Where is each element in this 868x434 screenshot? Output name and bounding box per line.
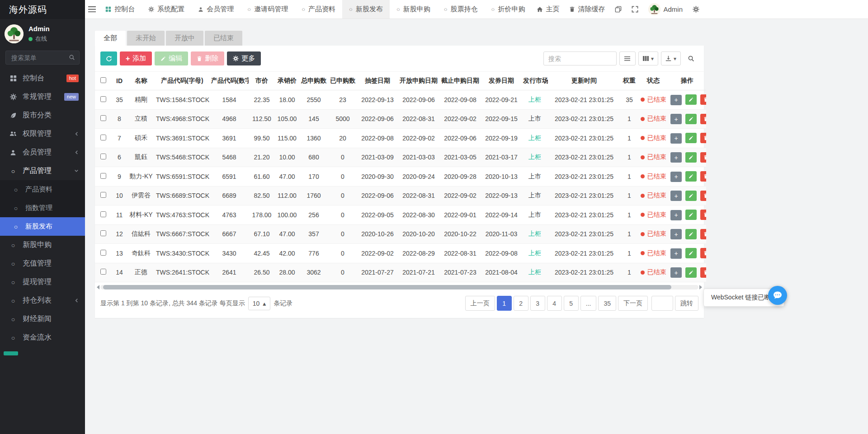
expand-row-button[interactable]: + [670,95,682,105]
sidebar-item-finance-news[interactable]: ○ 财经新闻 [0,310,85,328]
row-checkbox[interactable] [100,115,106,121]
sidebar-item-positions[interactable]: ○ 持仓列表 [0,291,85,310]
delete-row-button[interactable] [700,191,706,201]
expand-row-button[interactable]: + [670,191,682,201]
refresh-button[interactable] [100,51,117,65]
sidebar-item-market-category[interactable]: 股市分类 [0,106,85,125]
edit-row-button[interactable] [685,94,697,105]
columns-button[interactable]: ▾ [638,51,658,65]
delete-row-button[interactable] [700,114,706,124]
edit-row-button[interactable] [685,191,697,201]
sidebar-item-new-stock-subscription[interactable]: ○ 新股申购 [0,236,85,254]
select-all-checkbox[interactable] [100,77,106,83]
market-link[interactable]: 上市 [528,191,541,199]
next-page-button[interactable]: 下一页 [618,296,648,311]
settings-button[interactable] [688,0,704,19]
edit-row-button[interactable] [685,229,697,239]
clear-cache-button[interactable]: 清除缓存 [564,0,610,19]
row-checkbox[interactable] [100,173,106,179]
table-search-input[interactable] [543,51,617,65]
tab-new-stock-subscription[interactable]: ○ 新股申购 [390,0,437,19]
row-checkbox[interactable] [100,154,106,159]
page-size-dropdown[interactable]: 10 ▴ [248,297,271,310]
prev-page-button[interactable]: 上一页 [465,296,495,311]
market-link[interactable]: 上柜 [528,230,541,237]
edit-row-button[interactable] [685,210,697,220]
row-checkbox[interactable] [100,135,106,140]
scroll-left-arrow[interactable] [97,285,99,289]
tab-invite-codes[interactable]: ○ 邀请码管理 [241,0,295,19]
sidebar-item-members[interactable]: 会员管理 [0,143,85,162]
tab-discount-subscription[interactable]: ○ 折价申购 [485,0,532,19]
page-3-button[interactable]: 3 [530,296,545,311]
market-link[interactable]: 上柜 [528,268,541,275]
delete-row-button[interactable] [700,152,706,163]
delete-row-button[interactable] [700,210,706,220]
delete-row-button[interactable] [700,171,706,182]
delete-row-button[interactable] [700,94,706,105]
expand-row-button[interactable]: + [670,248,682,259]
delete-button[interactable]: 删除 [191,51,224,65]
sidebar-item-dashboard[interactable]: 控制台 hot [0,69,85,88]
edit-row-button[interactable] [685,248,697,258]
fullscreen-button[interactable] [627,0,643,19]
sidebar-item-product-info[interactable]: ○ 产品资料 [0,180,85,199]
more-button[interactable]: 更多 [227,51,261,65]
export-button[interactable]: ▾ [661,51,681,65]
search-submit-button[interactable] [684,51,698,65]
scrollbar-track[interactable] [100,285,698,289]
expand-row-button[interactable]: + [670,229,682,239]
page-5-button[interactable]: 5 [564,296,579,311]
page-2-button[interactable]: 2 [514,296,528,311]
edit-button[interactable]: 编辑 [155,51,188,65]
jump-button[interactable]: 跳转 [675,296,698,311]
expand-row-button[interactable]: + [670,114,682,124]
market-link[interactable]: 上柜 [528,96,541,103]
filter-tab-open[interactable]: 开放中 [166,31,203,46]
sidebar-item-permissions[interactable]: 权限管理 [0,125,85,143]
page-4-button[interactable]: 4 [547,296,562,311]
menu-toggle-button[interactable] [85,0,99,19]
expand-row-button[interactable]: + [670,133,682,144]
market-link[interactable]: 上柜 [528,153,541,160]
delete-row-button[interactable] [700,267,706,278]
expand-row-button[interactable]: + [670,267,682,278]
filter-tab-not-started[interactable]: 未开始 [127,31,165,46]
page-35-button[interactable]: 35 [598,296,616,311]
tab-system-config[interactable]: 系统配置 [142,0,191,19]
user-avatar[interactable] [5,24,24,43]
tab-members[interactable]: 会员管理 [191,0,241,19]
tab-product-info[interactable]: ○ 产品资料 [295,0,342,19]
edit-row-button[interactable] [685,114,697,124]
row-checkbox[interactable] [100,211,106,217]
expand-row-button[interactable]: + [670,152,682,163]
sidebar-item-new-stock-release[interactable]: ○ 新股发布 [0,217,85,236]
tab-new-stock-release[interactable]: ○ 新股发布 [342,0,390,19]
edit-row-button[interactable] [685,152,697,163]
layout-switch-button[interactable] [610,0,627,19]
row-checkbox[interactable] [100,230,106,236]
sidebar-item-index-mgmt[interactable]: ○ 指数管理 [0,199,85,217]
expand-row-button[interactable]: + [670,210,682,220]
sidebar-item-general[interactable]: 常规管理 new [0,88,85,106]
detail-view-button[interactable] [619,51,636,65]
filter-tab-all[interactable]: 全部 [95,31,126,46]
tab-stock-positions[interactable]: ○ 股票持仓 [437,0,485,19]
edit-row-button[interactable] [685,267,697,278]
row-checkbox[interactable] [100,269,106,275]
expand-row-button[interactable]: + [670,172,682,182]
scroll-right-arrow[interactable] [699,285,702,289]
row-checkbox[interactable] [100,250,106,256]
delete-row-button[interactable] [700,133,706,143]
market-link[interactable]: 上市 [528,173,541,180]
edit-row-button[interactable] [685,133,697,143]
edit-row-button[interactable] [685,171,697,182]
chat-widget-button[interactable] [768,286,787,305]
sidebar-item-products[interactable]: ○ 产品管理 [0,162,85,180]
scrollbar-thumb[interactable] [103,285,671,289]
market-link[interactable]: 上柜 [528,249,541,257]
add-button[interactable]: + 添加 [120,51,152,65]
filter-tab-ended[interactable]: 已结束 [205,31,242,46]
sidebar-item-recharge[interactable]: ○ 充值管理 [0,254,85,273]
market-link[interactable]: 上市 [528,115,541,122]
